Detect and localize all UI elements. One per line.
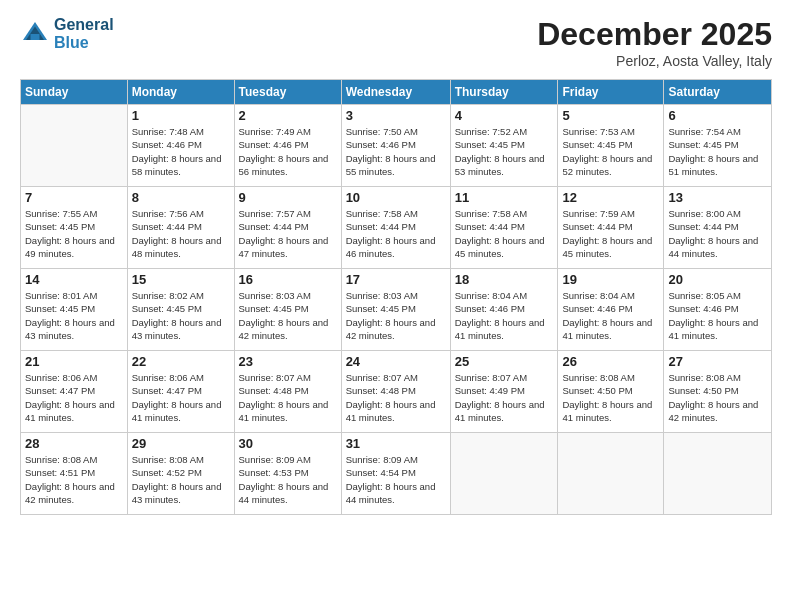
sunrise: Sunrise: 8:08 AM: [25, 453, 123, 466]
day-info: Sunrise: 8:07 AM Sunset: 4:48 PM Dayligh…: [346, 371, 446, 424]
sunset: Sunset: 4:46 PM: [132, 138, 230, 151]
sunrise: Sunrise: 7:55 AM: [25, 207, 123, 220]
day-number: 10: [346, 190, 446, 205]
sunrise: Sunrise: 8:01 AM: [25, 289, 123, 302]
daylight: Daylight: 8 hours and 42 minutes.: [346, 316, 446, 343]
sunset: Sunset: 4:44 PM: [668, 220, 767, 233]
daylight: Daylight: 8 hours and 44 minutes.: [346, 480, 446, 507]
table-row: 1 Sunrise: 7:48 AM Sunset: 4:46 PM Dayli…: [127, 105, 234, 187]
table-row: 9 Sunrise: 7:57 AM Sunset: 4:44 PM Dayli…: [234, 187, 341, 269]
sunrise: Sunrise: 7:57 AM: [239, 207, 337, 220]
table-row: 17 Sunrise: 8:03 AM Sunset: 4:45 PM Dayl…: [341, 269, 450, 351]
logo: General Blue: [20, 16, 114, 52]
day-number: 24: [346, 354, 446, 369]
table-row: 31 Sunrise: 8:09 AM Sunset: 4:54 PM Dayl…: [341, 433, 450, 515]
day-info: Sunrise: 8:03 AM Sunset: 4:45 PM Dayligh…: [346, 289, 446, 342]
col-saturday: Saturday: [664, 80, 772, 105]
day-number: 19: [562, 272, 659, 287]
day-info: Sunrise: 8:06 AM Sunset: 4:47 PM Dayligh…: [132, 371, 230, 424]
daylight: Daylight: 8 hours and 55 minutes.: [346, 152, 446, 179]
sunrise: Sunrise: 8:08 AM: [132, 453, 230, 466]
table-row: 14 Sunrise: 8:01 AM Sunset: 4:45 PM Dayl…: [21, 269, 128, 351]
day-number: 16: [239, 272, 337, 287]
col-wednesday: Wednesday: [341, 80, 450, 105]
sunset: Sunset: 4:45 PM: [132, 302, 230, 315]
sunrise: Sunrise: 8:02 AM: [132, 289, 230, 302]
sunset: Sunset: 4:46 PM: [346, 138, 446, 151]
logo-text: General Blue: [54, 16, 114, 52]
daylight: Daylight: 8 hours and 56 minutes.: [239, 152, 337, 179]
sunset: Sunset: 4:45 PM: [25, 302, 123, 315]
daylight: Daylight: 8 hours and 52 minutes.: [562, 152, 659, 179]
day-info: Sunrise: 8:01 AM Sunset: 4:45 PM Dayligh…: [25, 289, 123, 342]
table-row: 10 Sunrise: 7:58 AM Sunset: 4:44 PM Dayl…: [341, 187, 450, 269]
sunset: Sunset: 4:45 PM: [25, 220, 123, 233]
sunrise: Sunrise: 8:08 AM: [668, 371, 767, 384]
day-info: Sunrise: 8:09 AM Sunset: 4:54 PM Dayligh…: [346, 453, 446, 506]
sunrise: Sunrise: 8:04 AM: [455, 289, 554, 302]
week-row-4: 21 Sunrise: 8:06 AM Sunset: 4:47 PM Dayl…: [21, 351, 772, 433]
sunset: Sunset: 4:45 PM: [346, 302, 446, 315]
sunset: Sunset: 4:48 PM: [346, 384, 446, 397]
day-info: Sunrise: 8:07 AM Sunset: 4:49 PM Dayligh…: [455, 371, 554, 424]
table-row: 29 Sunrise: 8:08 AM Sunset: 4:52 PM Dayl…: [127, 433, 234, 515]
daylight: Daylight: 8 hours and 41 minutes.: [668, 316, 767, 343]
sunrise: Sunrise: 8:05 AM: [668, 289, 767, 302]
day-number: 11: [455, 190, 554, 205]
sunrise: Sunrise: 8:08 AM: [562, 371, 659, 384]
day-number: 3: [346, 108, 446, 123]
table-row: 4 Sunrise: 7:52 AM Sunset: 4:45 PM Dayli…: [450, 105, 558, 187]
table-row: 27 Sunrise: 8:08 AM Sunset: 4:50 PM Dayl…: [664, 351, 772, 433]
daylight: Daylight: 8 hours and 45 minutes.: [455, 234, 554, 261]
daylight: Daylight: 8 hours and 49 minutes.: [25, 234, 123, 261]
day-number: 20: [668, 272, 767, 287]
day-number: 8: [132, 190, 230, 205]
table-row: 23 Sunrise: 8:07 AM Sunset: 4:48 PM Dayl…: [234, 351, 341, 433]
day-number: 21: [25, 354, 123, 369]
day-info: Sunrise: 7:55 AM Sunset: 4:45 PM Dayligh…: [25, 207, 123, 260]
day-number: 6: [668, 108, 767, 123]
subtitle: Perloz, Aosta Valley, Italy: [537, 53, 772, 69]
daylight: Daylight: 8 hours and 43 minutes.: [25, 316, 123, 343]
day-info: Sunrise: 7:53 AM Sunset: 4:45 PM Dayligh…: [562, 125, 659, 178]
table-row: 8 Sunrise: 7:56 AM Sunset: 4:44 PM Dayli…: [127, 187, 234, 269]
day-info: Sunrise: 8:07 AM Sunset: 4:48 PM Dayligh…: [239, 371, 337, 424]
calendar-header-row: Sunday Monday Tuesday Wednesday Thursday…: [21, 80, 772, 105]
day-number: 1: [132, 108, 230, 123]
sunset: Sunset: 4:45 PM: [668, 138, 767, 151]
day-number: 5: [562, 108, 659, 123]
daylight: Daylight: 8 hours and 42 minutes.: [239, 316, 337, 343]
day-info: Sunrise: 8:04 AM Sunset: 4:46 PM Dayligh…: [455, 289, 554, 342]
svg-rect-2: [31, 34, 40, 40]
day-number: 9: [239, 190, 337, 205]
col-tuesday: Tuesday: [234, 80, 341, 105]
table-row: [21, 105, 128, 187]
day-info: Sunrise: 8:02 AM Sunset: 4:45 PM Dayligh…: [132, 289, 230, 342]
sunset: Sunset: 4:47 PM: [25, 384, 123, 397]
table-row: 18 Sunrise: 8:04 AM Sunset: 4:46 PM Dayl…: [450, 269, 558, 351]
table-row: 3 Sunrise: 7:50 AM Sunset: 4:46 PM Dayli…: [341, 105, 450, 187]
sunrise: Sunrise: 8:06 AM: [25, 371, 123, 384]
sunrise: Sunrise: 7:53 AM: [562, 125, 659, 138]
day-info: Sunrise: 7:52 AM Sunset: 4:45 PM Dayligh…: [455, 125, 554, 178]
daylight: Daylight: 8 hours and 42 minutes.: [668, 398, 767, 425]
day-info: Sunrise: 8:09 AM Sunset: 4:53 PM Dayligh…: [239, 453, 337, 506]
sunrise: Sunrise: 8:07 AM: [239, 371, 337, 384]
table-row: [450, 433, 558, 515]
table-row: 28 Sunrise: 8:08 AM Sunset: 4:51 PM Dayl…: [21, 433, 128, 515]
day-number: 7: [25, 190, 123, 205]
daylight: Daylight: 8 hours and 47 minutes.: [239, 234, 337, 261]
sunrise: Sunrise: 8:03 AM: [346, 289, 446, 302]
sunrise: Sunrise: 7:59 AM: [562, 207, 659, 220]
daylight: Daylight: 8 hours and 51 minutes.: [668, 152, 767, 179]
sunset: Sunset: 4:46 PM: [239, 138, 337, 151]
col-monday: Monday: [127, 80, 234, 105]
col-sunday: Sunday: [21, 80, 128, 105]
day-info: Sunrise: 8:08 AM Sunset: 4:52 PM Dayligh…: [132, 453, 230, 506]
daylight: Daylight: 8 hours and 44 minutes.: [239, 480, 337, 507]
month-title: December 2025: [537, 16, 772, 53]
table-row: 22 Sunrise: 8:06 AM Sunset: 4:47 PM Dayl…: [127, 351, 234, 433]
sunrise: Sunrise: 8:04 AM: [562, 289, 659, 302]
sunrise: Sunrise: 7:52 AM: [455, 125, 554, 138]
day-number: 13: [668, 190, 767, 205]
